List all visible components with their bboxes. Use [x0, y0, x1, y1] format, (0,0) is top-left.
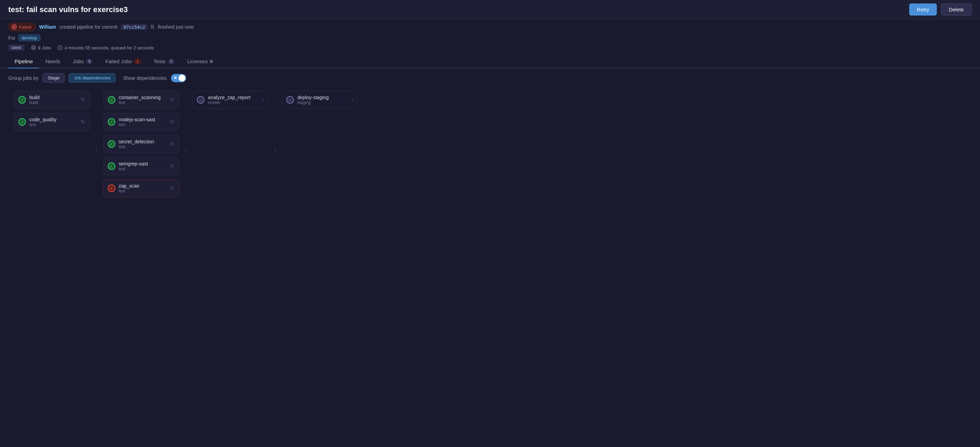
arrow-1: ›	[95, 91, 98, 197]
latest-badge: latest	[8, 45, 24, 51]
secret-detection-job-info: secret_detection test	[119, 139, 154, 149]
for-row: For develop	[0, 33, 980, 43]
code-quality-status-icon: ✓	[18, 118, 26, 126]
for-label: For	[8, 35, 16, 41]
deploy-staging-expand-icon[interactable]: ›	[352, 97, 353, 103]
clock-icon	[57, 45, 63, 51]
analyze-zap-report-job-left: ›› analyze_zap_report review	[197, 95, 250, 105]
deploy-staging-job-info: deploy-staging staging	[298, 95, 329, 105]
zap-scan-job-info: zap_scan test	[119, 183, 140, 194]
nodejs-scan-sast-status-icon: ✓	[108, 118, 115, 126]
nodejs-scan-sast-job-left: ✓ nodejs-scan-sast test	[108, 117, 155, 127]
controls-row: Group jobs by Stage Job dependencies Sho…	[0, 68, 980, 87]
failed-icon	[11, 24, 17, 30]
build-job-info: build build	[29, 95, 40, 105]
semgrep-sast-job-stage: test	[119, 167, 148, 171]
analyze-zap-report-expand-icon[interactable]: ›	[262, 97, 264, 103]
semgrep-sast-job-card[interactable]: ✓ semgrep-sast test ↻	[103, 157, 179, 175]
tab-licenses-dot	[210, 60, 213, 63]
code-quality-job-stage: test	[29, 122, 57, 127]
nodejs-scan-sast-job-name: nodejs-scan-sast	[119, 117, 155, 122]
top-bar: test: fail scan vulns for exercise3 Retr…	[0, 0, 980, 19]
code-quality-retry-icon[interactable]: ↻	[81, 119, 85, 125]
tab-needs-label: Needs	[45, 58, 60, 64]
build-job-left: ✓ build build	[18, 95, 40, 105]
code-quality-job-name: code_quality	[29, 117, 57, 122]
action-text: created pipeline for commit	[59, 24, 118, 30]
tab-jobs-count: 9	[86, 59, 93, 64]
secret-detection-job-card[interactable]: ✓ secret_detection test ↻	[103, 135, 179, 153]
tab-failed-jobs-count: 1	[134, 59, 141, 64]
nodejs-scan-sast-retry-icon[interactable]: ↻	[170, 119, 175, 125]
duration-stat: 4 minutes 55 seconds, queued for 2 secon…	[57, 45, 154, 51]
tab-tests-label: Tests	[154, 58, 166, 64]
jobs-icon	[31, 45, 36, 51]
status-badge: Failed	[8, 23, 35, 31]
branch-badge[interactable]: develop	[18, 35, 40, 41]
container-scanning-retry-icon[interactable]: ↻	[170, 97, 175, 103]
jobs-count: 9 Jobs	[38, 45, 51, 51]
container-scanning-job-left: ✓ container_scanning test	[108, 95, 161, 105]
semgrep-sast-job-name: semgrep-sast	[119, 161, 148, 167]
zap-scan-job-card[interactable]: ✕ zap_scan test ↻	[103, 179, 179, 197]
analyze-zap-report-status-icon: ››	[197, 96, 204, 103]
secret-detection-status-icon: ✓	[108, 140, 115, 148]
meta-row: Failed William created pipeline for comm…	[0, 19, 980, 33]
build-column: ✓ build build ↻ ✓ code_quality test ↻	[8, 91, 95, 197]
tab-licenses[interactable]: Licenses	[181, 55, 219, 68]
analyze-zap-report-job-info: analyze_zap_report review	[208, 95, 250, 105]
tab-needs[interactable]: Needs	[39, 55, 66, 68]
code-quality-job-card[interactable]: ✓ code_quality test ↻	[14, 113, 90, 131]
build-job-card[interactable]: ✓ build build ↻	[14, 91, 90, 109]
build-retry-icon[interactable]: ↻	[81, 97, 85, 103]
arrow-2: ›	[185, 91, 187, 197]
deploy-staging-status-icon: ››	[286, 96, 294, 103]
tab-pipeline[interactable]: Pipeline	[8, 55, 39, 68]
semgrep-sast-job-left: ✓ semgrep-sast test	[108, 161, 148, 171]
show-dependencies-toggle[interactable]: ✕	[171, 74, 186, 82]
delete-button[interactable]: Delete	[941, 3, 972, 16]
tab-jobs[interactable]: Jobs 9	[67, 55, 99, 68]
secret-detection-job-left: ✓ secret_detection test	[108, 139, 154, 149]
build-status-icon: ✓	[18, 96, 26, 103]
analyze-zap-report-job-name: analyze_zap_report	[208, 95, 250, 100]
review-column: ›› analyze_zap_report review ›	[187, 91, 274, 197]
nodejs-scan-sast-job-stage: test	[119, 122, 155, 127]
copy-icon[interactable]: ⎘	[151, 24, 154, 30]
zap-scan-retry-icon[interactable]: ↻	[170, 185, 175, 191]
build-job-stage: build	[29, 100, 40, 105]
tab-pipeline-label: Pipeline	[14, 58, 33, 64]
analyze-zap-report-job-stage: review	[208, 100, 250, 105]
top-actions: Retry Delete	[909, 3, 972, 16]
deploy-staging-job-card[interactable]: ›› deploy-staging staging ›	[282, 91, 358, 109]
commit-hash[interactable]: 97cc54c2	[121, 24, 148, 30]
toggle-knob	[178, 75, 185, 81]
pipeline-grid: ✓ build build ↻ ✓ code_quality test ↻ ›	[0, 87, 980, 208]
code-quality-job-left: ✓ code_quality test	[18, 117, 57, 127]
tab-jobs-label: Jobs	[73, 58, 84, 64]
nodejs-scan-sast-job-card[interactable]: ✓ nodejs-scan-sast test ↻	[103, 113, 179, 131]
duration-text: 4 minutes 55 seconds, queued for 2 secon…	[65, 45, 154, 51]
secret-detection-job-stage: test	[119, 145, 154, 149]
nodejs-scan-sast-job-info: nodejs-scan-sast test	[119, 117, 155, 127]
container-scanning-status-icon: ✓	[108, 96, 115, 103]
tab-tests[interactable]: Tests 0	[148, 55, 181, 68]
secret-detection-retry-icon[interactable]: ↻	[170, 141, 175, 147]
svg-point-1	[32, 46, 35, 50]
tab-failed-jobs-label: Failed Jobs	[105, 58, 132, 64]
tab-failed-jobs[interactable]: Failed Jobs 1	[99, 55, 147, 68]
retry-button[interactable]: Retry	[909, 3, 937, 16]
job-dependencies-button[interactable]: Job dependencies	[69, 73, 116, 83]
analyze-zap-report-job-card[interactable]: ›› analyze_zap_report review ›	[192, 91, 268, 109]
toggle-x-icon: ✕	[173, 75, 177, 81]
stage-button[interactable]: Stage	[43, 73, 65, 83]
show-dependencies-label: Show dependencies	[123, 75, 167, 81]
secret-detection-job-name: secret_detection	[119, 139, 154, 145]
test-column: ✓ container_scanning test ↻ ✓ nodejs-sca…	[98, 91, 185, 197]
deploy-staging-job-stage: staging	[298, 100, 329, 105]
page-title: test: fail scan vulns for exercise3	[8, 5, 128, 14]
semgrep-sast-retry-icon[interactable]: ↻	[170, 163, 175, 169]
zap-scan-job-left: ✕ zap_scan test	[108, 183, 140, 194]
deploy-staging-job-name: deploy-staging	[298, 95, 329, 100]
container-scanning-job-card[interactable]: ✓ container_scanning test ↻	[103, 91, 179, 109]
